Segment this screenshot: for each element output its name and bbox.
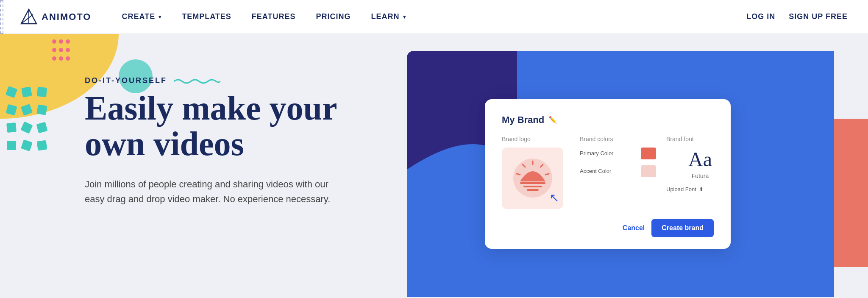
- main-nav: CREATE ▾ TEMPLATES FEATURES PRICING LEAR…: [111, 12, 746, 21]
- svg-rect-6: [523, 186, 542, 187]
- font-display: Aa Futura: [666, 148, 734, 179]
- create-brand-button[interactable]: Create brand: [651, 219, 714, 237]
- cancel-button[interactable]: Cancel: [623, 224, 645, 232]
- hero-label: DO-IT-YOURSELF: [85, 76, 348, 85]
- svg-line-2: [21, 14, 33, 24]
- signup-button[interactable]: SIGN UP FREE: [789, 12, 848, 21]
- accent-color-row: Accent Color: [580, 165, 656, 177]
- hero-title: Easily make your own videos: [85, 90, 348, 162]
- nav-templates[interactable]: TEMPLATES: [172, 12, 242, 21]
- brand-card-title: My Brand ✏️: [502, 114, 714, 125]
- logo[interactable]: ANIMOTO: [20, 8, 91, 25]
- chevron-down-icon: ▾: [403, 14, 406, 20]
- hero-right-area: My Brand ✏️ Brand logo: [381, 34, 868, 297]
- nav-pricing[interactable]: PRICING: [306, 12, 361, 21]
- upload-font-button[interactable]: Upload Font ⬆: [666, 186, 734, 192]
- nav-border-decoration: [0, 0, 3, 34]
- primary-color-swatch[interactable]: [641, 148, 656, 159]
- brand-colors-column: Brand colors Primary Color Accent Color: [580, 136, 656, 183]
- chevron-down-icon: ▾: [159, 14, 161, 20]
- nav-features[interactable]: FEATURES: [242, 12, 306, 21]
- hero-description: Join millions of people creating and sha…: [85, 177, 339, 206]
- svg-line-11: [545, 174, 549, 175]
- accent-color-swatch[interactable]: [641, 165, 656, 177]
- nav-create[interactable]: CREATE ▾: [111, 12, 172, 21]
- svg-rect-7: [527, 189, 539, 191]
- primary-color-row: Primary Color: [580, 148, 656, 159]
- brand-logo-sun-icon: [512, 157, 554, 199]
- animoto-logo-icon: [20, 8, 37, 25]
- navbar-right: LOG IN SIGN UP FREE: [746, 12, 848, 21]
- svg-line-12: [517, 174, 520, 175]
- brand-card: My Brand ✏️ Brand logo: [485, 99, 731, 249]
- brand-logo-column: Brand logo: [502, 136, 570, 209]
- brand-font-column: Brand font Aa Futura Upload Font ⬆: [666, 136, 734, 192]
- logo-text: ANIMOTO: [42, 11, 91, 22]
- brand-logo-box[interactable]: ↖: [502, 148, 563, 209]
- cursor-icon: ↖: [549, 191, 559, 205]
- navbar: ANIMOTO CREATE ▾ TEMPLATES FEATURES PRIC…: [0, 0, 868, 34]
- login-button[interactable]: LOG IN: [746, 12, 775, 21]
- wavy-decoration: [174, 77, 220, 85]
- upload-icon: ⬆: [699, 186, 704, 192]
- brand-card-columns: Brand logo: [502, 136, 714, 209]
- hero-section: DO-IT-YOURSELF Easily make your own vide…: [0, 34, 868, 297]
- nav-learn[interactable]: LEARN ▾: [361, 12, 416, 21]
- brand-card-actions: Cancel Create brand: [502, 219, 714, 237]
- hero-text-area: DO-IT-YOURSELF Easily make your own vide…: [0, 34, 381, 297]
- svg-rect-5: [520, 182, 545, 184]
- edit-icon[interactable]: ✏️: [548, 116, 557, 124]
